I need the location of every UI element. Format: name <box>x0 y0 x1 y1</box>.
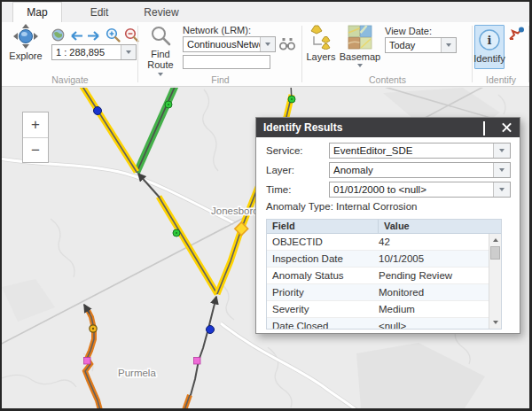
explore-button[interactable]: Explore <box>6 24 45 61</box>
close-button[interactable] <box>502 122 514 133</box>
table-row[interactable]: Priority Monitored <box>267 284 489 301</box>
identify-label: Identify <box>473 53 505 64</box>
explore-label: Explore <box>9 50 42 61</box>
scroll-up-button[interactable] <box>489 235 501 245</box>
identify-group-label: Identify <box>473 74 529 85</box>
identify-route-location-icon[interactable] <box>508 27 525 45</box>
identify-icon: i <box>478 28 501 53</box>
maximize-icon <box>483 121 485 136</box>
map-viewport[interactable]: Jonesboro Purmela + − Identify Results S… <box>2 88 529 408</box>
time-dropdown-button[interactable] <box>493 182 510 197</box>
event-editor-window: Map Edit Review Explore <box>0 0 532 411</box>
chevron-down-icon <box>499 149 505 152</box>
time-combobox[interactable]: 01/01/2000 to <null> <box>329 182 511 198</box>
pipeline-event-green[interactable] <box>137 88 176 173</box>
identify-results-titlebar[interactable]: Identify Results <box>256 118 520 137</box>
find-group-label: Find <box>138 74 302 85</box>
layers-button[interactable]: Layers <box>305 25 337 62</box>
service-label: Service: <box>266 145 329 156</box>
ribbon-group-identify: i Identify Identify <box>473 22 529 86</box>
attribute-table-body: OBJECTID 42 Inspection Date 10/1/2005 An… <box>267 234 489 329</box>
service-value: EventEditor_SDE <box>330 145 493 156</box>
layer-dropdown-button[interactable] <box>493 163 510 177</box>
tab-map[interactable]: Map <box>12 2 62 22</box>
chevron-down-icon <box>126 50 131 54</box>
table-row[interactable]: Inspection Date 10/1/2005 <box>267 251 489 268</box>
layer-value: Anomaly <box>330 165 493 175</box>
zoom-out-icon[interactable] <box>124 27 139 46</box>
scrollbar-thumb[interactable] <box>490 246 500 260</box>
find-route-label-line2: Route <box>147 59 173 70</box>
network-lrm-label: Network (LRM): <box>183 25 251 35</box>
tab-edit[interactable]: Edit <box>74 2 124 22</box>
network-combobox[interactable]: ContinuousNetwork <box>183 36 276 52</box>
identify-button[interactable]: i Identify <box>474 25 505 69</box>
map-zoom-out-button[interactable]: − <box>23 137 48 162</box>
view-date-combobox[interactable]: Today <box>385 37 457 53</box>
view-date-value: Today <box>386 40 441 50</box>
next-extent-icon[interactable] <box>87 29 102 45</box>
view-date-label: View Date: <box>385 26 432 36</box>
route-search-input[interactable] <box>183 55 270 69</box>
layers-icon <box>309 25 333 51</box>
identify-results-panel: Identify Results Service: EventEditor_SD… <box>255 117 520 334</box>
map-scale-combobox[interactable]: 1 : 288,895 <box>51 44 137 60</box>
svg-text:i: i <box>488 34 492 47</box>
marker-blue-dot <box>207 326 215 334</box>
scroll-down-button[interactable] <box>489 317 501 328</box>
ribbon-group-contents: Layers Basemap <box>302 22 473 86</box>
chevron-down-icon <box>265 43 270 46</box>
anomaly-type-text: Anomaly Type: Internal Corrosion <box>266 201 511 212</box>
network-dropdown-button[interactable] <box>260 37 275 51</box>
identify-results-title: Identify Results <box>263 121 342 134</box>
table-row[interactable]: OBJECTID 42 <box>267 234 489 251</box>
basemap-button[interactable]: Basemap <box>340 25 379 67</box>
network-value: ContinuousNetwork <box>184 39 260 50</box>
navigate-group-label: Navigate <box>2 74 138 85</box>
full-extent-globe-icon[interactable] <box>51 28 65 45</box>
zoom-in-icon[interactable] <box>106 27 121 46</box>
table-row[interactable]: Severity Medium <box>267 301 489 318</box>
tab-review[interactable]: Review <box>137 2 186 22</box>
explore-icon <box>12 24 39 50</box>
layer-combobox[interactable]: Anomaly <box>329 162 511 178</box>
column-header-value: Value <box>379 220 501 233</box>
ribbon-group-navigate: Explore 1 : 288,895 <box>2 22 138 86</box>
map-zoom-control: + − <box>22 112 49 163</box>
layer-field-row: Layer: Anomaly <box>266 162 511 178</box>
time-field-row: Time: 01/01/2000 to <null> <box>266 182 511 198</box>
find-route-label-line1: Find <box>151 49 169 59</box>
table-row[interactable]: Date Closed <null> <box>267 318 489 329</box>
map-scale-value: 1 : 288,895 <box>52 47 121 58</box>
service-field-row: Service: EventEditor_SDE <box>266 143 511 159</box>
label-purmela: Purmela <box>118 368 156 378</box>
table-row[interactable]: Anomaly Status Pending Review <box>267 268 489 284</box>
triangle-up-icon <box>493 238 498 242</box>
chevron-down-icon <box>499 168 505 172</box>
service-combobox[interactable]: EventEditor_SDE <box>329 143 511 159</box>
label-jonesboro: Jonesboro <box>211 206 259 216</box>
marker-pink-square <box>84 358 91 365</box>
chevron-down-icon <box>499 188 505 191</box>
chevron-down-icon <box>357 64 363 67</box>
basemap-label: Basemap <box>340 51 380 62</box>
chevron-down-icon <box>446 43 451 47</box>
binoculars-icon[interactable] <box>279 37 295 54</box>
attribute-table: Field Value OBJECTID 42 Inspection Date … <box>266 219 502 330</box>
table-scrollbar[interactable] <box>489 234 501 329</box>
attribute-table-header: Field Value <box>267 220 501 234</box>
previous-extent-icon[interactable] <box>68 29 83 45</box>
service-dropdown-button[interactable] <box>493 143 510 158</box>
column-header-field: Field <box>267 220 379 233</box>
time-label: Time: <box>266 184 329 195</box>
map-scale-dropdown-button[interactable] <box>121 45 136 59</box>
marker-blue-dot <box>94 107 102 115</box>
ribbon-group-find: Find Route Network (LRM): ContinuousNetw… <box>138 22 302 86</box>
pipeline-event-orange[interactable] <box>84 305 190 408</box>
map-zoom-in-button[interactable]: + <box>23 112 48 137</box>
find-route-button[interactable]: Find Route <box>142 25 179 76</box>
find-route-magnifier-icon <box>150 25 172 49</box>
layer-label: Layer: <box>266 165 329 175</box>
maximize-button[interactable] <box>483 122 496 133</box>
view-date-dropdown-button[interactable] <box>441 38 456 52</box>
